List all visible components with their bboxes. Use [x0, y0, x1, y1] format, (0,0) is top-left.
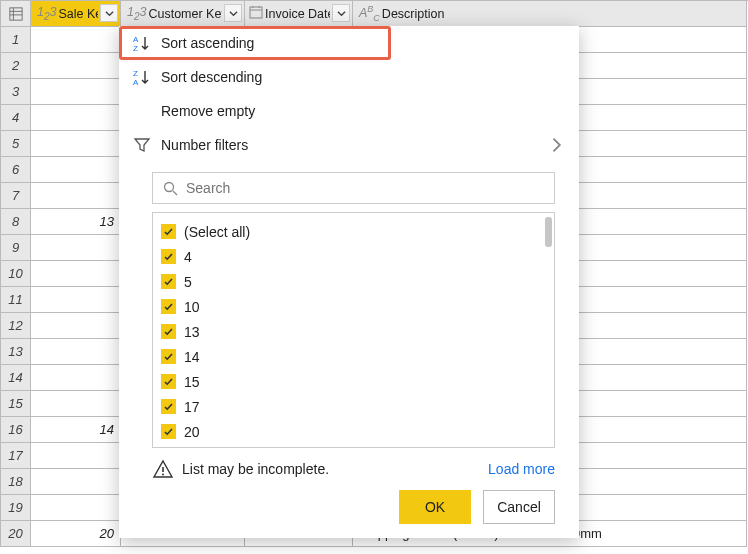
number-filters-item[interactable]: Number filters	[119, 128, 579, 162]
filter-option[interactable]: 15	[161, 369, 546, 394]
cell-sale-key[interactable]	[31, 391, 121, 417]
row-header[interactable]: 3	[1, 79, 31, 105]
row-header[interactable]: 9	[1, 235, 31, 261]
col-header-sale-key[interactable]: 123 Sale Key	[31, 1, 121, 27]
col-header-invoice-date[interactable]: Invoice Date Key	[245, 1, 353, 27]
sort-ascending-item[interactable]: AZ Sort ascending	[119, 26, 579, 60]
remove-empty-item[interactable]: Remove empty	[119, 94, 579, 128]
search-icon	[163, 181, 178, 196]
row-header[interactable]: 1	[1, 27, 31, 53]
row-header[interactable]: 8	[1, 209, 31, 235]
col-header-description[interactable]: ABC Description	[353, 1, 747, 27]
cell-sale-key[interactable]	[31, 79, 121, 105]
cell-sale-key[interactable]: 13	[31, 209, 121, 235]
sort-descending-item[interactable]: ZA Sort descending	[119, 60, 579, 94]
scrollbar-thumb[interactable]	[545, 217, 552, 247]
filter-search[interactable]	[152, 172, 555, 204]
search-input[interactable]	[186, 180, 544, 196]
row-header[interactable]: 4	[1, 105, 31, 131]
row-header[interactable]: 6	[1, 157, 31, 183]
filter-options-list[interactable]: (Select all) 45101314151720	[152, 212, 555, 448]
sort-desc-icon: ZA	[133, 68, 151, 86]
filter-option[interactable]: 5	[161, 269, 546, 294]
filter-option[interactable]: 13	[161, 319, 546, 344]
cell-sale-key[interactable]	[31, 27, 121, 53]
type-number-icon: 123	[37, 5, 56, 22]
sort-asc-icon: AZ	[133, 34, 151, 52]
row-header[interactable]: 2	[1, 53, 31, 79]
load-more-link[interactable]: Load more	[488, 461, 555, 477]
table-corner-icon[interactable]	[1, 1, 31, 27]
menu-label: Number filters	[161, 137, 248, 153]
cell-sale-key[interactable]	[31, 365, 121, 391]
row-header[interactable]: 19	[1, 495, 31, 521]
cell-sale-key[interactable]	[31, 443, 121, 469]
filter-option[interactable]: 20	[161, 419, 546, 444]
row-header[interactable]: 17	[1, 443, 31, 469]
option-label: 13	[184, 324, 200, 340]
cell-sale-key[interactable]	[31, 261, 121, 287]
col-header-customer-key[interactable]: 123 Customer Key	[121, 1, 245, 27]
row-header[interactable]: 10	[1, 261, 31, 287]
checkbox-checked-icon[interactable]	[161, 349, 176, 364]
filter-option[interactable]: 10	[161, 294, 546, 319]
option-label: 4	[184, 249, 192, 265]
checkbox-checked-icon[interactable]	[161, 324, 176, 339]
col-label: Description	[382, 7, 740, 21]
col-label: Invoice Date Key	[265, 7, 330, 21]
warning-icon	[152, 458, 174, 480]
checkbox-checked-icon[interactable]	[161, 274, 176, 289]
row-header[interactable]: 13	[1, 339, 31, 365]
cell-sale-key[interactable]: 20	[31, 521, 121, 547]
cell-sale-key[interactable]	[31, 131, 121, 157]
col-label: Customer Key	[148, 7, 222, 21]
cell-sale-key[interactable]	[31, 235, 121, 261]
cell-sale-key[interactable]	[31, 53, 121, 79]
btn-label: Cancel	[497, 499, 541, 515]
filter-dropdown-icon[interactable]	[100, 4, 118, 22]
checkbox-checked-icon[interactable]	[161, 299, 176, 314]
incomplete-warning-row: List may be incomplete. Load more	[152, 458, 555, 480]
option-label: (Select all)	[184, 224, 250, 240]
row-header[interactable]: 7	[1, 183, 31, 209]
filter-option[interactable]: 14	[161, 344, 546, 369]
svg-line-13	[173, 191, 177, 195]
cell-sale-key[interactable]: 14	[31, 417, 121, 443]
row-header[interactable]: 5	[1, 131, 31, 157]
cell-sale-key[interactable]	[31, 287, 121, 313]
row-header[interactable]: 20	[1, 521, 31, 547]
svg-point-12	[165, 182, 174, 191]
col-label: Sale Key	[58, 7, 98, 21]
row-header[interactable]: 16	[1, 417, 31, 443]
filter-dropdown-icon[interactable]	[224, 4, 242, 22]
checkbox-checked-icon[interactable]	[161, 424, 176, 439]
button-row: OK Cancel	[152, 490, 555, 524]
cell-sale-key[interactable]	[31, 495, 121, 521]
row-header[interactable]: 18	[1, 469, 31, 495]
checkbox-checked-icon[interactable]	[161, 249, 176, 264]
checkbox-checked-icon[interactable]	[161, 374, 176, 389]
option-select-all[interactable]: (Select all)	[161, 219, 546, 244]
row-header[interactable]: 14	[1, 365, 31, 391]
svg-text:A: A	[133, 35, 139, 44]
filter-dropdown-icon[interactable]	[332, 4, 350, 22]
cell-sale-key[interactable]	[31, 157, 121, 183]
row-header[interactable]: 12	[1, 313, 31, 339]
svg-text:Z: Z	[133, 69, 138, 78]
chevron-right-icon	[547, 136, 565, 154]
ok-button[interactable]: OK	[399, 490, 471, 524]
cell-sale-key[interactable]	[31, 469, 121, 495]
cell-sale-key[interactable]	[31, 339, 121, 365]
row-header[interactable]: 15	[1, 391, 31, 417]
cell-sale-key[interactable]	[31, 105, 121, 131]
cancel-button[interactable]: Cancel	[483, 490, 555, 524]
row-header[interactable]: 11	[1, 287, 31, 313]
cell-sale-key[interactable]	[31, 313, 121, 339]
filter-option[interactable]: 17	[161, 394, 546, 419]
filter-option[interactable]: 4	[161, 244, 546, 269]
option-label: 10	[184, 299, 200, 315]
checkbox-checked-icon[interactable]	[161, 224, 176, 239]
option-label: 15	[184, 374, 200, 390]
cell-sale-key[interactable]	[31, 183, 121, 209]
checkbox-checked-icon[interactable]	[161, 399, 176, 414]
